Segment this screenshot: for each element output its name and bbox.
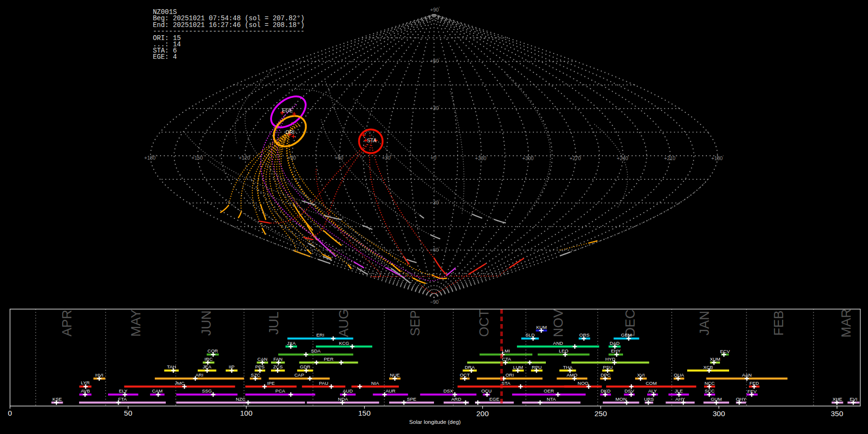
svg-text:+90˚: +90˚	[430, 7, 440, 13]
svg-text:MAR: MAR	[839, 309, 854, 338]
svg-text:−90˚: −90˚	[430, 299, 440, 305]
svg-text:NIA: NIA	[371, 380, 380, 386]
svg-text:SEP: SEP	[408, 310, 422, 336]
svg-text:ORS: ORS	[579, 332, 590, 338]
svg-text:MON: MON	[615, 396, 626, 402]
svg-text:ALY: ALY	[648, 388, 657, 393]
svg-text:ARI: ARI	[195, 372, 203, 378]
svg-text:APR: APR	[60, 310, 74, 337]
svg-text:QUA: QUA	[674, 372, 684, 378]
svg-text:NTA: NTA	[547, 396, 556, 402]
svg-text:KSE: KSE	[53, 396, 62, 402]
svg-text:+330˚: +330˚	[475, 155, 488, 161]
svg-text:−30˚: −30˚	[430, 200, 440, 205]
svg-text:+210˚: +210˚	[664, 155, 677, 161]
svg-text:200: 200	[476, 409, 489, 418]
svg-text:EGE: EGE	[282, 108, 293, 113]
svg-text:NOO: NOO	[578, 380, 589, 386]
svg-text:300: 300	[713, 409, 725, 418]
svg-text:ARD: ARD	[451, 396, 461, 402]
svg-text:DRA: DRA	[465, 365, 475, 370]
svg-text:+60˚: +60˚	[430, 58, 440, 64]
svg-text:+120˚: +120˚	[239, 155, 251, 161]
svg-text:JUL: JUL	[267, 312, 281, 335]
svg-text:DSX: DSX	[444, 388, 454, 393]
svg-text:NDA: NDA	[338, 396, 348, 402]
svg-text:NZC: NZC	[236, 396, 245, 402]
svg-text:ORI: ORI	[285, 129, 295, 135]
svg-text:IPE: IPE	[267, 380, 275, 386]
svg-text:+150˚: +150˚	[191, 155, 204, 161]
svg-text:+30˚: +30˚	[430, 105, 440, 111]
svg-text:LEO: LEO	[559, 348, 569, 353]
svg-text:OER: OER	[544, 388, 554, 393]
svg-text:FEB: FEB	[772, 311, 786, 336]
svg-text:ECV: ECV	[720, 349, 730, 354]
svg-text:XHE: XHE	[832, 396, 842, 402]
svg-text:+180˚: +180˚	[144, 155, 157, 161]
svg-text:CAM: CAM	[152, 388, 163, 393]
svg-text:GDR: GDR	[300, 364, 311, 369]
svg-text:FTA: FTA	[118, 396, 127, 402]
svg-text:+30˚: +30˚	[382, 155, 392, 161]
svg-text:IRC: IRC	[204, 356, 213, 362]
svg-text:+180˚: +180˚	[711, 155, 724, 161]
svg-text:+300˚: +300˚	[522, 155, 535, 161]
svg-text:0: 0	[8, 409, 12, 417]
svg-text:AUR: AUR	[385, 388, 395, 393]
svg-text:SPE: SPE	[407, 396, 417, 402]
svg-text:XCB: XCB	[703, 365, 713, 370]
svg-text:STA: STA	[367, 137, 377, 143]
svg-text:SDA: SDA	[311, 348, 321, 353]
svg-text:TAH: TAH	[167, 364, 176, 369]
svg-text:CAP: CAP	[295, 372, 305, 378]
svg-text:AND: AND	[553, 340, 563, 346]
svg-text:JAN: JAN	[697, 311, 712, 335]
svg-text:JMC: JMC	[175, 380, 184, 386]
svg-text:PCA: PCA	[275, 388, 285, 393]
svg-text:+270˚: +270˚	[570, 155, 582, 161]
svg-text:COM: COM	[646, 380, 657, 386]
svg-text:ELY: ELY	[119, 388, 127, 393]
svg-text:JUN: JUN	[199, 311, 214, 336]
svg-text:THA: THA	[563, 365, 572, 370]
svg-text:+60˚: +60˚	[335, 155, 344, 161]
svg-text:DSV: DSV	[624, 388, 635, 393]
svg-text:MAY: MAY	[129, 310, 143, 337]
svg-text:NOV: NOV	[551, 309, 566, 338]
svg-text:EGE: 4: EGE: 4	[153, 54, 177, 61]
svg-text:XUM: XUM	[710, 356, 720, 362]
svg-text:+90˚: +90˚	[287, 155, 297, 161]
svg-text:−60˚: −60˚	[430, 247, 440, 253]
svg-text:150: 150	[358, 409, 371, 417]
svg-text:PAU: PAU	[319, 380, 328, 386]
svg-text:EGE: EGE	[489, 396, 500, 402]
svg-text:AMO: AMO	[567, 372, 578, 378]
svg-text:CTA: CTA	[502, 356, 511, 362]
svg-text:Solar longitude (deg): Solar longitude (deg)	[409, 419, 461, 425]
svg-text:100: 100	[240, 409, 253, 417]
svg-text:OCU: OCU	[481, 388, 492, 393]
svg-text:OCT: OCT	[477, 310, 491, 337]
svg-text:GEM: GEM	[621, 332, 632, 338]
svg-text:KCG: KCG	[339, 340, 349, 346]
svg-text:AUG: AUG	[337, 309, 351, 338]
svg-text:EHY: EHY	[611, 348, 621, 353]
svg-text:JXA: JXA	[287, 340, 296, 346]
svg-text:OHY: OHY	[736, 396, 746, 402]
svg-text:250: 250	[595, 409, 607, 418]
svg-text:URS: URS	[644, 396, 654, 402]
svg-text:350: 350	[831, 409, 843, 418]
svg-text:HYD: HYD	[605, 356, 615, 362]
svg-text:LMI: LMI	[502, 348, 510, 353]
svg-text:PER: PER	[324, 356, 333, 362]
svg-text:ORI: ORI	[505, 372, 514, 378]
svg-text:SSG: SSG	[202, 388, 212, 393]
svg-text:ERI: ERI	[316, 332, 324, 338]
svg-text:50: 50	[124, 409, 133, 417]
svg-text:STA: STA	[502, 380, 511, 386]
